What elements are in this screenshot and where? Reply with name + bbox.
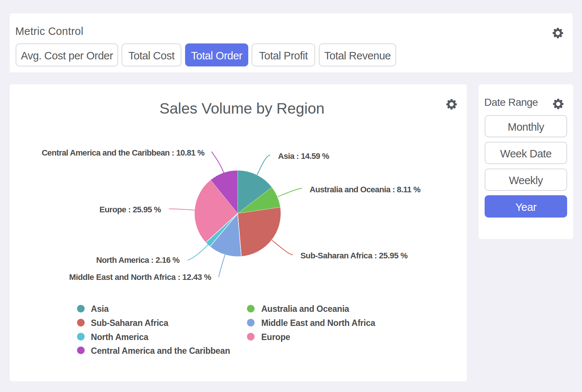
svg-text:Sub-Saharan Africa : 25.95 %: Sub-Saharan Africa : 25.95 % [300,251,407,260]
svg-text:Middle East and North Africa: Middle East and North Africa [261,318,375,328]
svg-text:Sales Volume by Region: Sales Volume by Region [159,100,324,117]
svg-text:Central America and the Caribb: Central America and the Caribbean : 10.8… [42,148,204,157]
svg-text:North America: North America [91,332,149,342]
svg-text:Sub-Saharan Africa: Sub-Saharan Africa [91,318,169,328]
svg-text:Asia: Asia [91,304,109,314]
svg-text:North America : 2.16 %: North America : 2.16 % [96,255,180,265]
svg-text:Australia and Oceania : 8.11 %: Australia and Oceania : 8.11 % [310,185,420,194]
svg-text:Middle East and North Africa :: Middle East and North Africa : 12.43 % [69,272,211,282]
svg-text:Europe: Europe [261,332,290,342]
svg-text:Asia : 14.59 %: Asia : 14.59 % [278,151,329,161]
svg-text:Europe : 25.95 %: Europe : 25.95 % [99,205,161,214]
svg-text:Central America and the Caribb: Central America and the Caribbean [91,346,230,356]
svg-text:Australia and Oceania: Australia and Oceania [261,304,349,314]
